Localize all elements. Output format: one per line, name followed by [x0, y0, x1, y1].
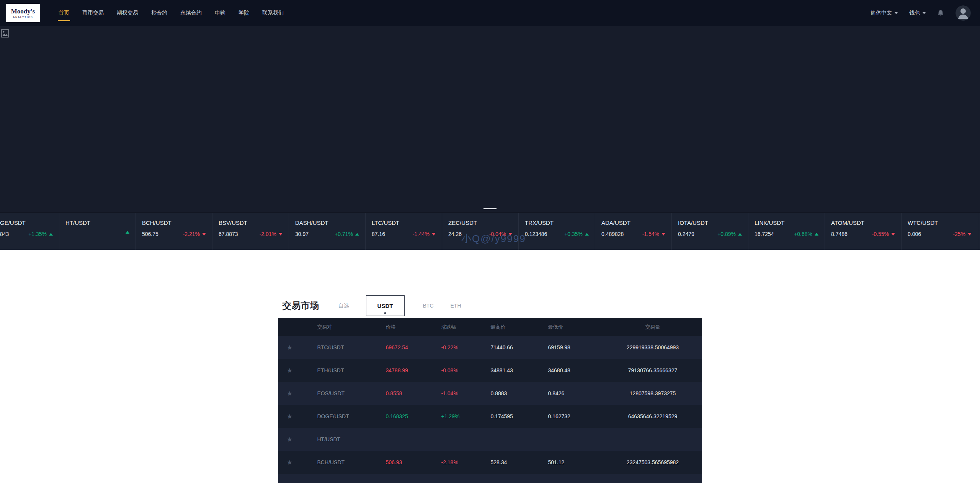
ticker-card[interactable]: WTC/USDT 0.006 -25% [902, 213, 978, 250]
table-row[interactable]: ★ EOS/USDT 0.8558 -1.04% 0.8883 0.8426 1… [278, 382, 702, 405]
nav-item-label: 永续合约 [180, 10, 202, 16]
pair-cell: ETH/USDT [301, 367, 386, 373]
table-row[interactable]: ★ BCH/USDT 506.93 -2.18% 528.34 501.12 2… [278, 451, 702, 474]
ticker-change: +1.35% [28, 231, 53, 237]
ticker-card[interactable]: DASH/USDT 30.97 +0.71% [289, 213, 366, 250]
pair-cell: DOGE/USDT [301, 413, 386, 419]
table-body: ★ BTC/USDT 69672.54 -0.22% 71440.66 6915… [278, 336, 702, 483]
nav-item[interactable]: 学院 [232, 0, 256, 26]
change-cell: -0.22% [441, 344, 491, 350]
star-icon[interactable]: ★ [278, 436, 301, 444]
table-row[interactable]: ★ HT/USDT [278, 428, 702, 451]
ticker-pair: ADA/USDT [601, 219, 665, 226]
table-row[interactable]: ★ BSV/USDT 67.8569 -2.06% 71.0877 66.635… [278, 474, 702, 483]
ticker-change: -2.01% [260, 231, 283, 237]
table-row[interactable]: ★ ETH/USDT 34788.99 -0.08% 34881.43 3468… [278, 359, 702, 382]
ticker-card[interactable]: HT/USDT [59, 213, 136, 250]
low-cell: 69159.98 [548, 344, 604, 350]
notification-bell-icon[interactable] [937, 9, 944, 17]
ticker-price: 506.75 [142, 231, 158, 237]
ticker-card[interactable]: GE/USDT 843 +1.35% [0, 213, 59, 250]
high-cell: 0.8883 [491, 390, 548, 396]
ticker-card[interactable]: BCH/USDT 506.75 -2.21% [136, 213, 212, 250]
low-cell: 0.162732 [548, 413, 604, 419]
ticker-change: +0.71% [335, 231, 359, 237]
market-tabs: 自选 USDT BTC ETH [338, 295, 478, 316]
ticker-pair: DASH/USDT [295, 219, 359, 226]
market-tab[interactable]: BTC [423, 303, 434, 309]
star-icon[interactable]: ★ [278, 413, 301, 421]
market-header: 交易市场 自选 USDT BTC ETH [278, 295, 702, 316]
nav-item[interactable]: 期权交易 [110, 0, 145, 26]
column-change: 涨跌幅 [441, 324, 491, 331]
nav-item[interactable]: 首页 [52, 0, 76, 26]
table-row[interactable]: ★ BTC/USDT 69672.54 -0.22% 71440.66 6915… [278, 336, 702, 359]
change-cell: +1.29% [441, 413, 491, 419]
ticker-pair: BSV/USDT [219, 219, 283, 226]
ticker-card[interactable]: BSV/USDT 67.8873 -2.01% [212, 213, 289, 250]
logo[interactable]: Moody's ANALYTICS [6, 4, 40, 22]
nav-item[interactable]: 联系我们 [256, 0, 290, 26]
price-cell: 506.93 [386, 459, 441, 465]
ticker-card[interactable]: ATOM/USDT 8.7486 -0.55% [825, 213, 902, 250]
ticker-card[interactable]: ZEC/USDT 24.26 -0.04% [442, 213, 519, 250]
nav-right: 简体中文 钱包 [871, 5, 974, 21]
market-tab[interactable]: USDT [366, 295, 405, 316]
nav-item[interactable]: 秒合约 [145, 0, 174, 26]
ticker-card[interactable]: TRX/USDT 0.123486 +0.35% [519, 213, 595, 250]
ticker-card[interactable]: LINK/USDT 16.7254 +0.68% [748, 213, 825, 250]
ticker-change: +0.35% [564, 231, 589, 237]
pair-cell: HT/USDT [301, 436, 386, 442]
table-row[interactable]: ★ DOGE/USDT 0.168325 +1.29% 0.174595 0.1… [278, 405, 702, 428]
tab-label: BTC [423, 303, 434, 309]
ticker-change-text: -25% [953, 231, 965, 237]
nav-item-label: 申购 [215, 10, 225, 16]
chevron-down-icon [895, 12, 898, 14]
ticker-card[interactable]: ADA/USDT 0.489828 -1.54% [595, 213, 672, 250]
ticker-card[interactable]: IOTA/USDT 0.2479 +0.89% [672, 213, 748, 250]
change-cell: -1.04% [441, 390, 491, 396]
star-icon[interactable]: ★ [278, 367, 301, 375]
ticker-change-text: +0.35% [564, 231, 583, 237]
wallet-menu[interactable]: 钱包 [909, 10, 926, 16]
market-tab[interactable]: ETH [451, 303, 461, 309]
tab-label: ETH [451, 303, 461, 309]
carousel-indicator[interactable] [483, 208, 497, 209]
ticker-price: 0.123486 [525, 231, 547, 237]
ticker-change: +0.68% [794, 231, 818, 237]
avatar[interactable] [956, 5, 971, 21]
ticker-card[interactable]: LTC/USDT 87.16 -1.44% [366, 213, 442, 250]
nav-item[interactable]: 申购 [208, 0, 232, 26]
nav-item[interactable]: 币币交易 [76, 0, 110, 26]
price-cell: 69672.54 [386, 344, 441, 350]
market-section: 交易市场 自选 USDT BTC ETH 交易对 价格 涨跌幅 最高价 最低价 … [278, 250, 702, 483]
star-icon[interactable]: ★ [278, 390, 301, 398]
low-cell: 0.8426 [548, 390, 604, 396]
wallet-label: 钱包 [909, 10, 920, 16]
ticker-change: -1.54% [642, 231, 665, 237]
volume-cell: 79130766.35666327 [604, 367, 702, 373]
chevron-down-icon [923, 12, 926, 14]
language-label: 简体中文 [871, 10, 892, 16]
trend-arrow-icon [49, 233, 53, 236]
trend-arrow-icon [968, 233, 972, 236]
column-volume: 交易量 [604, 324, 702, 331]
ticker-pair: ZEC/USDT [448, 219, 512, 226]
ticker-pair: LINK/USDT [755, 219, 818, 226]
market-tab[interactable]: 自选 [338, 302, 349, 309]
nav-item[interactable]: 永续合约 [174, 0, 208, 26]
ticker-price: 67.8873 [219, 231, 238, 237]
trend-arrow-icon [585, 233, 589, 236]
ticker-change: +0.89% [717, 231, 742, 237]
ticker-change [123, 231, 129, 234]
volume-cell: 64635646.32219529 [604, 413, 702, 419]
star-icon[interactable]: ★ [278, 458, 301, 467]
star-icon[interactable]: ★ [278, 481, 301, 483]
ticker-price: 8.7486 [831, 231, 848, 237]
ticker-price: 0.006 [908, 231, 921, 237]
star-icon[interactable]: ★ [278, 344, 301, 352]
language-selector[interactable]: 简体中文 [871, 10, 898, 16]
ticker-pair: TRX/USDT [525, 219, 589, 226]
ticker-pair: WTC/USDT [908, 219, 972, 226]
ticker-pair: GE/USDT [0, 219, 53, 226]
